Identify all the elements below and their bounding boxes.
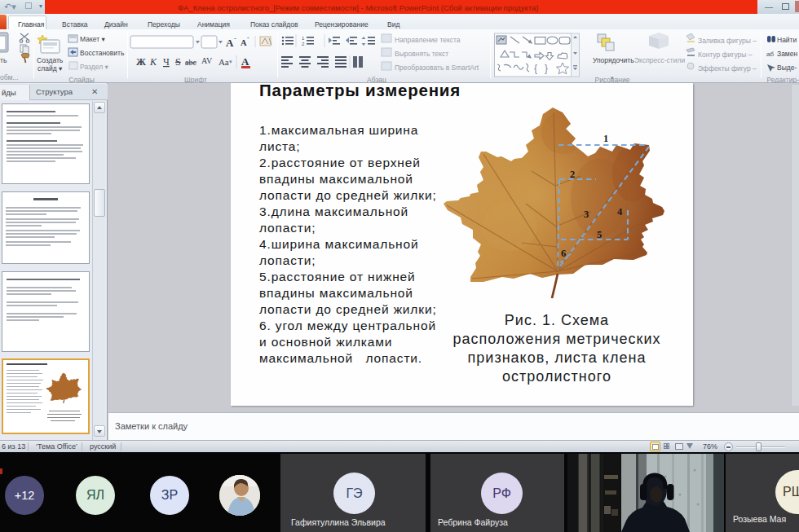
- svg-text:4: 4: [617, 206, 623, 218]
- svg-text:1: 1: [302, 36, 305, 41]
- svg-text:2: 2: [570, 169, 575, 180]
- svg-text:К: К: [149, 56, 157, 68]
- svg-text:3: 3: [584, 209, 589, 220]
- svg-text:1: 1: [603, 133, 608, 144]
- svg-text:{: {: [534, 63, 537, 74]
- svg-text:Ч: Ч: [163, 56, 170, 68]
- svg-text:А: А: [226, 37, 234, 49]
- svg-text:6: 6: [561, 248, 566, 259]
- svg-text:abc: abc: [185, 58, 196, 67]
- svg-text:ˇ: ˇ: [234, 37, 236, 44]
- svg-text:Аа: Аа: [219, 57, 229, 67]
- svg-text:S: S: [175, 56, 181, 68]
- svg-text:ˇ: ˇ: [247, 36, 249, 43]
- svg-text:А: А: [241, 38, 247, 47]
- svg-text:AV: AV: [201, 56, 213, 65]
- svg-text:2: 2: [302, 42, 305, 46]
- svg-text:}: }: [545, 63, 548, 74]
- svg-text:А: А: [241, 55, 249, 68]
- svg-text:▾: ▾: [611, 75, 614, 81]
- svg-text:Ж: Ж: [136, 56, 146, 68]
- svg-text:5: 5: [597, 229, 602, 240]
- svg-text:▾: ▾: [229, 59, 232, 65]
- svg-text:аб: аб: [766, 51, 774, 58]
